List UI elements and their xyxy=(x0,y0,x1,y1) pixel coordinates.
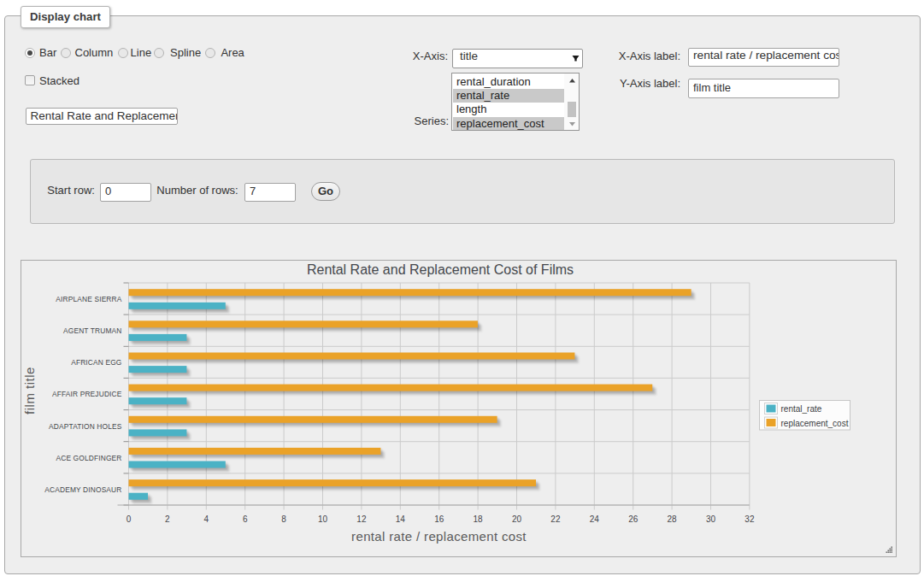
svg-text:20: 20 xyxy=(512,514,522,524)
svg-text:10: 10 xyxy=(318,514,328,524)
svg-text:film title: film title xyxy=(22,367,37,414)
svg-text:18: 18 xyxy=(474,514,484,524)
svg-text:14: 14 xyxy=(396,514,406,524)
svg-text:rental rate / replacement cost: rental rate / replacement cost xyxy=(351,529,527,544)
svg-text:28: 28 xyxy=(668,514,678,524)
svg-text:26: 26 xyxy=(628,514,639,524)
svg-text:32: 32 xyxy=(744,514,755,524)
svg-text:ACADEMY DINOSAUR: ACADEMY DINOSAUR xyxy=(44,485,121,494)
svg-text:30: 30 xyxy=(706,514,716,524)
svg-text:ADAPTATION HOLES: ADAPTATION HOLES xyxy=(49,422,122,431)
svg-text:2: 2 xyxy=(165,514,170,524)
svg-text:16: 16 xyxy=(434,514,444,524)
svg-text:rental_rate: rental_rate xyxy=(781,404,822,414)
svg-text:8: 8 xyxy=(281,514,286,524)
svg-text:24: 24 xyxy=(590,514,600,524)
svg-text:AGENT TRUMAN: AGENT TRUMAN xyxy=(63,326,122,335)
svg-text:0: 0 xyxy=(127,514,132,524)
svg-text:ACE GOLDFINGER: ACE GOLDFINGER xyxy=(56,454,121,462)
svg-text:AFRICAN EGG: AFRICAN EGG xyxy=(71,358,121,367)
svg-text:12: 12 xyxy=(356,514,367,524)
svg-text:replacement_cost: replacement_cost xyxy=(781,419,849,428)
svg-text:AIRPLANE SIERRA: AIRPLANE SIERRA xyxy=(56,295,121,303)
svg-text:4: 4 xyxy=(204,514,209,524)
svg-text:6: 6 xyxy=(243,514,248,524)
svg-text:22: 22 xyxy=(550,514,561,524)
svg-text:Rental Rate and Replacement Co: Rental Rate and Replacement Cost of Film… xyxy=(307,262,574,277)
svg-text:AFFAIR PREJUDICE: AFFAIR PREJUDICE xyxy=(52,390,122,398)
